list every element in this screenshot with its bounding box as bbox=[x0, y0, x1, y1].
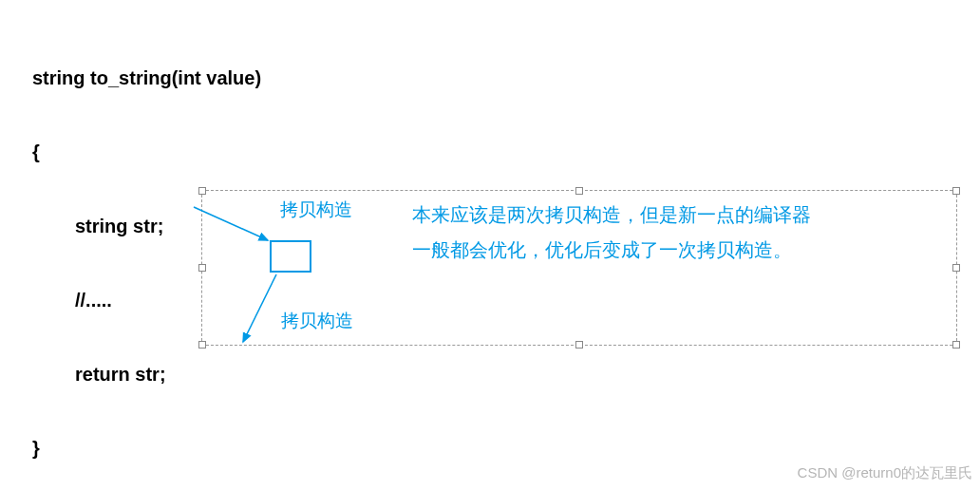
copy-construct-label-2: 拷贝构造 bbox=[281, 309, 353, 333]
resize-handle-ml[interactable] bbox=[198, 264, 206, 272]
watermark: CSDN @return0的达瓦里氏 bbox=[798, 464, 972, 482]
resize-handle-tl[interactable] bbox=[198, 187, 206, 195]
code-line-2: { bbox=[32, 134, 315, 171]
temp-object-box bbox=[270, 240, 311, 273]
resize-handle-bl[interactable] bbox=[198, 341, 206, 349]
resize-handle-br[interactable] bbox=[952, 341, 960, 349]
resize-handle-bm[interactable] bbox=[575, 341, 583, 349]
code-line-6: } bbox=[32, 430, 315, 467]
code-line-1: string to_string(int value) bbox=[32, 60, 315, 97]
resize-handle-tr[interactable] bbox=[952, 187, 960, 195]
explanation-text: 本来应该是两次拷贝构造，但是新一点的编译器 一般都会优化，优化后变成了一次拷贝构… bbox=[412, 198, 811, 268]
copy-construct-label-1: 拷贝构造 bbox=[280, 198, 352, 222]
explanation-line-2: 一般都会优化，优化后变成了一次拷贝构造。 bbox=[412, 233, 811, 268]
explanation-line-1: 本来应该是两次拷贝构造，但是新一点的编译器 bbox=[412, 198, 811, 233]
code-line-5: return str; bbox=[32, 356, 315, 393]
resize-handle-mr[interactable] bbox=[952, 264, 960, 272]
resize-handle-tm[interactable] bbox=[575, 187, 583, 195]
